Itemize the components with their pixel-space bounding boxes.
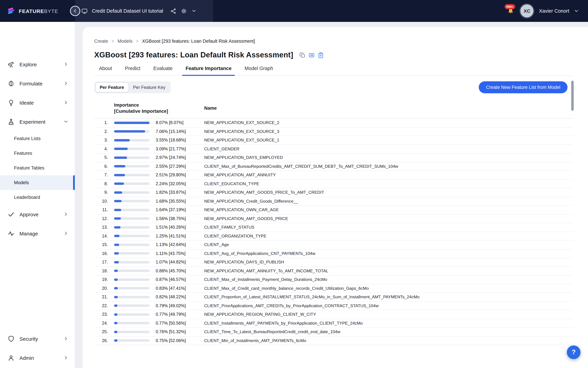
share-button[interactable] bbox=[170, 8, 176, 14]
row-rank: 7. bbox=[94, 173, 108, 177]
breadcrumb-models[interactable]: Models bbox=[118, 39, 133, 44]
sidebar-collapse-button[interactable] bbox=[70, 6, 80, 16]
sidebar-item-admin[interactable]: Admin bbox=[0, 348, 75, 367]
table-row[interactable]: 16. 1.11% [43.75%] CLIENT_Avg_of_PriorAp… bbox=[94, 249, 573, 258]
feature-name: NEW_APPLICATION_OWN_CAR_AGE bbox=[204, 208, 279, 212]
copy-id-button[interactable] bbox=[308, 52, 315, 58]
row-rank: 9. bbox=[94, 190, 108, 195]
importance-bar bbox=[114, 313, 150, 316]
table-row[interactable]: 15. 1.13% [42.64%] CLIENT_Age bbox=[94, 240, 573, 249]
table-row[interactable]: 21. 0.82% [48.22%] CLIENT_Proportion_of_… bbox=[94, 293, 573, 302]
importance-value: 3.09% [21.77%] bbox=[156, 147, 197, 151]
table-row[interactable]: 3. 3.55% [18.68%] NEW_APPLICATION_EXT_SO… bbox=[94, 136, 573, 145]
sidebar-item-models[interactable]: Models bbox=[0, 175, 75, 190]
sidebar-item-leaderboard[interactable]: Leaderboard bbox=[0, 190, 75, 205]
importance-value: 2.24% [32.05%] bbox=[156, 181, 197, 186]
importance-bar-fill bbox=[114, 122, 150, 124]
row-rank: 10. bbox=[94, 199, 108, 204]
table-row[interactable]: 20. 0.83% [47.41%] CLIENT_Max_of_Credit_… bbox=[94, 284, 573, 293]
sidebar-item-ideate[interactable]: Ideate bbox=[0, 93, 75, 112]
row-rank: 6. bbox=[94, 164, 108, 169]
table-row[interactable]: 1. 8.07% [8.07%] NEW_APPLICATION_EXT_SOU… bbox=[94, 119, 573, 127]
importance-value: 1.07% [44.82%] bbox=[156, 260, 197, 265]
toggle-per-feature[interactable]: Per Feature bbox=[95, 82, 129, 92]
importance-bar-fill bbox=[114, 270, 118, 272]
table-row[interactable]: 11. 1.64% [37.19%] NEW_APPLICATION_OWN_C… bbox=[94, 206, 573, 214]
sidebar-item-security[interactable]: Security bbox=[0, 329, 75, 348]
avatar[interactable]: XC bbox=[521, 4, 534, 18]
sidebar-item-label: Security bbox=[19, 336, 38, 341]
sidebar-item-approve[interactable]: Approve bbox=[0, 205, 75, 224]
table-row[interactable]: 6. 2.55% [27.29%] CLIENT_Max_of_BureauRe… bbox=[94, 162, 573, 171]
sidebar-item-feature-tables[interactable]: Feature Tables bbox=[0, 161, 75, 175]
feature-name: CLIENT_Installments_AMT_PAYMENTs_by_Prio… bbox=[204, 321, 363, 326]
table-row[interactable]: 4. 3.09% [21.77%] CLIENT_GENDER bbox=[94, 145, 573, 153]
sidebar-subitem-label: Feature Lists bbox=[14, 136, 41, 141]
table-row[interactable]: 12. 1.56% [38.75%] NEW_APPLICATION_AMT_G… bbox=[94, 214, 573, 223]
importance-bar bbox=[114, 252, 150, 255]
table-row[interactable]: 18. 0.88% [45.70%] NEW_APPLICATION_AMT_A… bbox=[94, 267, 573, 276]
table-row[interactable]: 17. 1.07% [44.82%] NEW_APPLICATION_DAYS_… bbox=[94, 258, 573, 267]
table-row[interactable]: 24. 0.77% [50.56%] CLIENT_Installments_A… bbox=[94, 319, 573, 328]
feature-name: NEW_APPLICATION_AMT_GOODS_PRICE bbox=[204, 216, 288, 221]
table-row[interactable]: 2. 7.06% [15.14%] NEW_APPLICATION_EXT_SO… bbox=[94, 127, 573, 136]
table-row[interactable]: 13. 1.51% [40.26%] CLIENT_FAMILY_STATUS bbox=[94, 223, 573, 232]
breadcrumb-create[interactable]: Create bbox=[94, 39, 108, 44]
table-row[interactable]: 22. 0.79% [49.02%] CLIENT_PriorApplicati… bbox=[94, 302, 573, 310]
row-rank: 11. bbox=[94, 208, 108, 212]
id-badge-icon bbox=[308, 52, 315, 58]
table-row[interactable]: 5. 2.97% [24.74%] NEW_APPLICATION_DAYS_E… bbox=[94, 153, 573, 162]
copy-name-button[interactable] bbox=[299, 52, 305, 58]
user-menu-button[interactable] bbox=[574, 8, 579, 14]
project-menu-button[interactable] bbox=[191, 8, 196, 14]
chevron-right-icon bbox=[63, 355, 69, 360]
table-row[interactable]: 26. 0.75% [52.06%] CLIENT_Min_of_Install… bbox=[94, 336, 573, 345]
brand[interactable]: FEATUREBYTE bbox=[0, 0, 75, 22]
table-row[interactable]: 14. 1.25% [41.51%] CLIENT_ORGANIZATION_T… bbox=[94, 232, 573, 240]
chevron-down-icon bbox=[574, 8, 579, 14]
tab-predict[interactable]: Predict bbox=[124, 64, 141, 75]
sidebar-item-label: Manage bbox=[19, 230, 38, 236]
copy-definition-button[interactable] bbox=[317, 52, 324, 58]
sidebar-item-explore[interactable]: Explore bbox=[0, 55, 75, 74]
user-name[interactable]: Xavier Conort bbox=[539, 8, 569, 14]
project-title[interactable]: Credit Default Dataset UI tutorial bbox=[92, 8, 163, 14]
user-icon bbox=[8, 354, 15, 361]
brand-secondary: BYTE bbox=[44, 8, 58, 14]
importance-bar-fill bbox=[114, 244, 119, 246]
table-row[interactable]: 9. 1.82% [33.87%] NEW_APPLICATION_AMT_GO… bbox=[94, 188, 573, 197]
table-row[interactable]: 10. 1.68% [35.55%] NEW_APPLICATION_Credi… bbox=[94, 197, 573, 206]
importance-bar-fill bbox=[114, 252, 119, 255]
create-feature-list-button[interactable]: Create New Feature List from Model bbox=[479, 81, 568, 93]
importance-value: 1.56% [38.75%] bbox=[156, 216, 197, 221]
importance-value: 3.55% [18.68%] bbox=[156, 138, 197, 143]
sidebar-item-manage[interactable]: Manage bbox=[0, 224, 75, 243]
table-row[interactable]: 8. 2.24% [32.05%] CLIENT_EDUCATION_TYPE bbox=[94, 180, 573, 188]
toggle-per-feature-key[interactable]: Per Feature Key bbox=[129, 82, 170, 92]
table-row[interactable]: 7. 2.51% [29.80%] NEW_APPLICATION_AMT_AN… bbox=[94, 171, 573, 180]
app-root: FEATUREBYTE Credit Default Dataset UI tu… bbox=[0, 0, 588, 368]
importance-bar-fill bbox=[114, 156, 127, 159]
table-row[interactable]: 23. 0.77% [49.79%] NEW_APPLICATION_REGIO… bbox=[94, 310, 573, 319]
notifications-button[interactable]: 999+ bbox=[508, 8, 514, 14]
table-row[interactable]: 25. 0.76% [51.32%] CLIENT_Time_To_Latest… bbox=[94, 328, 573, 336]
settings-button[interactable] bbox=[180, 8, 187, 14]
tab-evaluate[interactable]: Evaluate bbox=[153, 64, 173, 75]
importance-value: 1.13% [42.64%] bbox=[156, 242, 197, 247]
panel-scrollbar[interactable] bbox=[571, 81, 574, 111]
sidebar-item-experiment[interactable]: Experiment bbox=[0, 112, 75, 131]
feature-name: NEW_APPLICATION_EXT_SOURCE_3 bbox=[204, 129, 279, 134]
tab-about[interactable]: About bbox=[98, 64, 113, 75]
sidebar-item-label: Explore bbox=[19, 61, 37, 67]
feature-name: CLIENT_Proportion_of_Latest_INSTALLMENT_… bbox=[204, 295, 419, 300]
sidebar-item-formulate[interactable]: Formulate bbox=[0, 74, 75, 93]
sidebar-item-features[interactable]: Features bbox=[0, 146, 75, 161]
row-rank: 12. bbox=[94, 216, 108, 221]
tab-model-graph[interactable]: Model Graph bbox=[244, 64, 274, 75]
help-button[interactable]: ? bbox=[567, 345, 580, 359]
breadcrumb: Create > Models > XGBoost [293 features:… bbox=[94, 39, 573, 44]
tab-feature-importance[interactable]: Feature Importance bbox=[185, 64, 232, 75]
sidebar-item-feature-lists[interactable]: Feature Lists bbox=[0, 131, 75, 146]
table-row[interactable]: 19. 0.87% [46.57%] CLIENT_Max_of_Install… bbox=[94, 276, 573, 284]
sidebar-subitem-label: Models bbox=[14, 180, 29, 185]
